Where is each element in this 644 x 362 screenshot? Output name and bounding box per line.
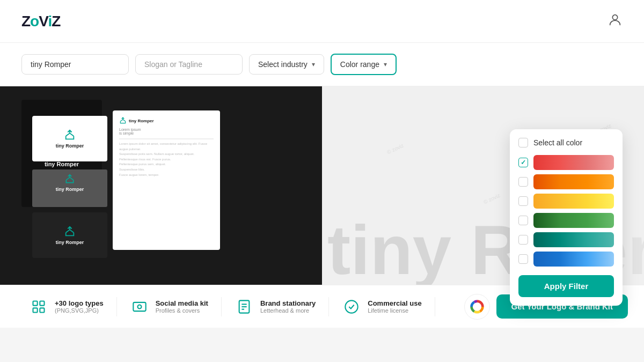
color-range-select[interactable]: Color range ▾	[331, 54, 397, 75]
svg-rect-2	[40, 301, 44, 305]
hero-image: tiny Romper tiny Romper	[0, 86, 322, 285]
checkbox-blue[interactable]	[518, 254, 528, 264]
business-card-dark: tiny Romper	[32, 212, 107, 258]
brand-stationary-icon	[235, 297, 254, 316]
brand-stationary-title: Brand stationary	[260, 299, 316, 307]
header: ZoViZ	[0, 0, 644, 43]
commercial-title: Commercial use	[368, 299, 421, 307]
brand-stationary-subtitle: Letterhead & more	[260, 307, 316, 314]
big-preview-text: tiny R	[327, 210, 521, 285]
svg-point-12	[475, 305, 479, 308]
feature-logo-types: +30 logo types (PNG,SVG,JPG)	[16, 297, 117, 316]
apply-filter-button[interactable]: Apply Filter	[518, 275, 614, 297]
logo-types-title: +30 logo types	[55, 299, 104, 307]
svg-rect-3	[33, 308, 38, 312]
select-all-checkbox[interactable]	[518, 138, 528, 147]
color-row-teal	[518, 232, 614, 247]
color-range-dropdown: Select all color	[510, 129, 623, 306]
swatch-yellow[interactable]	[533, 194, 614, 209]
checkbox-yellow[interactable]	[518, 196, 528, 206]
swatch-blue[interactable]	[533, 252, 614, 267]
logo-types-icon	[29, 297, 48, 316]
envelope: tiny Romper	[32, 169, 107, 207]
svg-rect-4	[40, 308, 44, 312]
svg-point-11	[346, 300, 358, 313]
feature-social-kit: Social media kit Profiles & covers	[117, 297, 222, 316]
swatch-green[interactable]	[533, 213, 614, 228]
color-row-red	[518, 155, 614, 170]
tagline-input[interactable]	[135, 54, 243, 75]
commercial-subtitle: Lifetime license	[368, 307, 421, 314]
color-wheel-button[interactable]	[464, 294, 490, 320]
checkbox-teal[interactable]	[518, 235, 528, 245]
commercial-icon	[342, 297, 361, 316]
main-area: tiny Romper tiny Romper	[0, 86, 644, 285]
select-all-label: Select all color	[533, 138, 582, 147]
search-area: Select industry ▾ Color range ▾	[0, 43, 644, 86]
watermark: © zoviz	[386, 143, 405, 156]
swatch-teal[interactable]	[533, 232, 614, 247]
svg-point-6	[137, 305, 141, 308]
logo: ZoViZ	[21, 13, 60, 30]
watermark-2: © zoviz	[482, 192, 501, 205]
feature-commercial: Commercial use Lifetime license	[329, 297, 435, 316]
checkbox-green[interactable]	[518, 216, 528, 225]
feature-brand-stationary: Brand stationary Letterhead & more	[222, 297, 329, 316]
industry-select[interactable]: Select industry ▾	[249, 54, 324, 75]
select-all-row: Select all color	[518, 138, 614, 147]
letterhead: tiny Romper Lorem ipsumis simple Lorem i…	[113, 110, 220, 250]
svg-point-0	[612, 14, 617, 19]
social-kit-subtitle: Profiles & covers	[156, 307, 208, 314]
color-row-green	[518, 213, 614, 228]
color-row-orange	[518, 174, 614, 189]
swatch-red[interactable]	[533, 155, 614, 170]
color-row-yellow	[518, 194, 614, 209]
svg-rect-1	[33, 301, 38, 305]
svg-rect-5	[133, 302, 145, 311]
chevron-down-icon: ▾	[312, 61, 315, 68]
checkbox-orange[interactable]	[518, 177, 528, 187]
swatch-orange[interactable]	[533, 174, 614, 189]
chevron-down-icon: ▾	[384, 61, 387, 68]
checkbox-red[interactable]	[518, 158, 528, 167]
logo-types-subtitle: (PNG,SVG,JPG)	[55, 307, 104, 314]
social-kit-icon	[130, 297, 149, 316]
business-card-white: tiny Romper	[32, 116, 107, 161]
color-row-blue	[518, 252, 614, 267]
user-icon[interactable]	[608, 12, 623, 31]
social-kit-title: Social media kit	[156, 299, 208, 307]
brand-name-input[interactable]	[21, 54, 129, 75]
